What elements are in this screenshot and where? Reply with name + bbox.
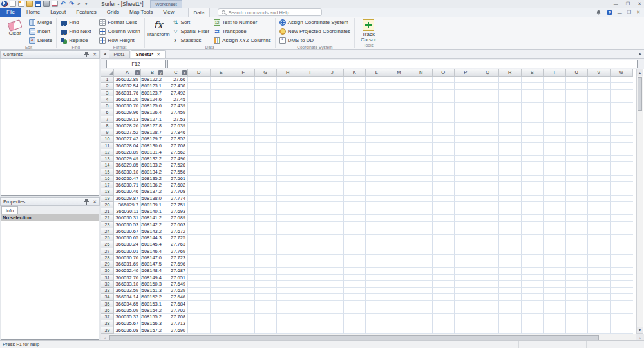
- cell-T3[interactable]: [544, 90, 566, 96]
- cell-F31[interactable]: [232, 275, 255, 281]
- cell-I13[interactable]: [299, 156, 322, 162]
- cell-V12[interactable]: [588, 149, 611, 156]
- cell-M38[interactable]: [388, 320, 411, 327]
- cell-K39[interactable]: [344, 327, 366, 334]
- cell-K29[interactable]: [344, 261, 366, 268]
- cell-H13[interactable]: [277, 156, 299, 162]
- cell-G20[interactable]: [255, 202, 278, 208]
- cell-O15[interactable]: [433, 169, 455, 176]
- cell-I20[interactable]: [299, 202, 322, 208]
- cell-A31[interactable]: 366032.76: [114, 275, 141, 281]
- cell-F13[interactable]: [232, 156, 255, 162]
- cell-O14[interactable]: [433, 162, 455, 169]
- cell-N26[interactable]: [410, 241, 433, 248]
- cell-W15[interactable]: [611, 169, 633, 176]
- cell-C5[interactable]: 27.439: [164, 103, 188, 109]
- cell-J19[interactable]: [321, 196, 344, 202]
- cell-P4[interactable]: [455, 96, 477, 103]
- cell-V11[interactable]: [588, 143, 611, 149]
- open-icon[interactable]: [26, 1, 33, 7]
- cell-M23[interactable]: [388, 222, 411, 228]
- row-header-37[interactable]: 37: [101, 314, 114, 320]
- tab-file[interactable]: File: [0, 8, 21, 17]
- cell-A7[interactable]: 366029.13: [114, 116, 141, 123]
- cell-A36[interactable]: 366035.09: [114, 307, 141, 314]
- minimize-icon[interactable]: —: [614, 0, 618, 7]
- cell-T6[interactable]: [544, 109, 566, 116]
- cell-H37[interactable]: [277, 314, 299, 320]
- cell-R18[interactable]: [499, 188, 522, 195]
- cell-E30[interactable]: [211, 268, 233, 274]
- cell-J38[interactable]: [321, 320, 344, 327]
- cell-I4[interactable]: [299, 96, 322, 103]
- cell-U14[interactable]: [566, 162, 589, 169]
- cell-N38[interactable]: [410, 320, 433, 327]
- cell-H39[interactable]: [277, 327, 299, 334]
- cell-R12[interactable]: [499, 149, 522, 156]
- cell-W19[interactable]: [611, 196, 633, 202]
- cell-V8[interactable]: [588, 123, 611, 129]
- cell-L21[interactable]: [366, 208, 388, 215]
- cell-E5[interactable]: [211, 103, 233, 109]
- cell-F1[interactable]: [232, 77, 255, 83]
- cell-P7[interactable]: [455, 116, 477, 123]
- row-header-18[interactable]: 18: [101, 188, 114, 195]
- cell-Q1[interactable]: [477, 77, 500, 83]
- cell-C14[interactable]: 27.528: [164, 162, 188, 169]
- cell-W10[interactable]: [611, 136, 633, 142]
- cell-E28[interactable]: [211, 255, 233, 261]
- cell-W8[interactable]: [611, 123, 633, 129]
- row-header-28[interactable]: 28: [101, 255, 114, 261]
- cell-T29[interactable]: [544, 261, 566, 268]
- cell-F34[interactable]: [232, 294, 255, 300]
- cell-F21[interactable]: [232, 208, 255, 215]
- cell-B13[interactable]: 3508132.2: [141, 156, 164, 162]
- cell-R5[interactable]: [499, 103, 522, 109]
- pin-icon[interactable]: [84, 199, 89, 205]
- cell-K16[interactable]: [344, 176, 366, 182]
- cell-L5[interactable]: [366, 103, 388, 109]
- cell-F19[interactable]: [232, 196, 255, 202]
- column-header-u[interactable]: U: [566, 69, 589, 77]
- cell-U15[interactable]: [566, 169, 589, 176]
- cell-M8[interactable]: [388, 123, 411, 129]
- row-header-5[interactable]: 5: [101, 103, 114, 109]
- cell-D26[interactable]: [188, 241, 211, 248]
- row-header-1[interactable]: 1: [101, 77, 114, 83]
- cell-I16[interactable]: [299, 176, 322, 182]
- ribbon-button-find[interactable]: Find: [59, 18, 92, 26]
- cell-U22[interactable]: [566, 215, 589, 221]
- cell-Q8[interactable]: [477, 123, 500, 129]
- cell-J36[interactable]: [321, 307, 344, 314]
- cell-L33[interactable]: [366, 288, 388, 294]
- cell-L12[interactable]: [366, 149, 388, 156]
- cell-L22[interactable]: [366, 215, 388, 221]
- cell-W6[interactable]: [611, 109, 633, 116]
- row-header-9[interactable]: 9: [101, 129, 114, 136]
- cell-S25[interactable]: [522, 235, 544, 241]
- cell-D33[interactable]: [188, 288, 211, 294]
- ribbon-button-statistics[interactable]: Statistics: [171, 36, 211, 44]
- cell-W39[interactable]: [611, 327, 633, 334]
- cell-S38[interactable]: [522, 320, 544, 327]
- cell-B21[interactable]: 3508140.1: [141, 208, 164, 215]
- document-close-icon[interactable]: ✕: [636, 10, 640, 15]
- cell-K10[interactable]: [344, 136, 366, 142]
- cell-E12[interactable]: [211, 149, 233, 156]
- cell-V10[interactable]: [588, 136, 611, 142]
- cell-R39[interactable]: [499, 327, 522, 334]
- cell-C32[interactable]: 27.649: [164, 281, 188, 288]
- cell-E2[interactable]: [211, 83, 233, 89]
- formula-edit-box[interactable]: [167, 60, 638, 68]
- cell-A20[interactable]: 366029.7: [114, 202, 141, 208]
- cell-L26[interactable]: [366, 241, 388, 248]
- cell-O36[interactable]: [433, 307, 455, 314]
- document-restore-icon[interactable]: ❐: [627, 10, 631, 15]
- cell-V32[interactable]: [588, 281, 611, 288]
- cell-O25[interactable]: [433, 235, 455, 241]
- cell-L19[interactable]: [366, 196, 388, 202]
- app-logo-icon[interactable]: [1, 1, 8, 7]
- cell-W23[interactable]: [611, 222, 633, 228]
- new-plot-icon[interactable]: [10, 1, 16, 7]
- cell-T31[interactable]: [544, 275, 566, 281]
